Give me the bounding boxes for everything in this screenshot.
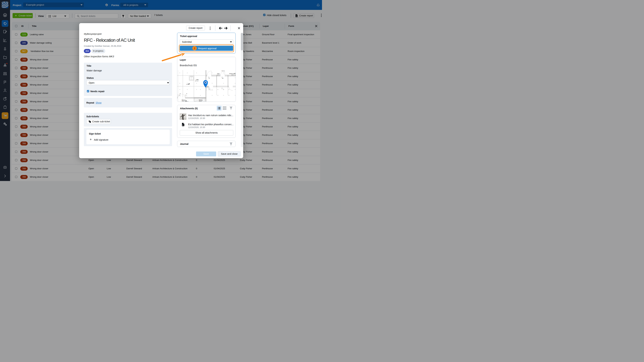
svg-text:15,52 m²: 15,52 m² xyxy=(199,101,202,102)
svg-text:Foyer: Foyer xyxy=(217,73,220,74)
svg-text:08: 08 xyxy=(209,78,210,79)
svg-text:±0,00: ±0,00 xyxy=(186,101,188,102)
svg-text:47,51 m²: 47,51 m² xyxy=(222,70,225,71)
svg-text:±0,00: ±0,00 xyxy=(186,84,188,85)
svg-text:08A: 08A xyxy=(222,78,224,79)
svg-text:197,73 m²: 197,73 m² xyxy=(195,81,198,81)
svg-text:Control room: Control room xyxy=(229,73,235,74)
svg-text:14,5: 14,5 xyxy=(235,75,236,75)
svg-text:Lobby: Lobby xyxy=(196,79,198,80)
svg-text:Entrance: Entrance xyxy=(182,99,186,100)
svg-text:16,24 m²: 16,24 m² xyxy=(217,75,220,75)
svg-text:Foy: Foy xyxy=(234,73,236,74)
svg-text:27,61 m²: 27,61 m² xyxy=(182,101,185,102)
svg-text:w: w xyxy=(182,124,184,126)
svg-text:16: 16 xyxy=(186,93,187,94)
svg-text:15: 15 xyxy=(180,93,180,94)
svg-text:16,50 m²: 16,50 m² xyxy=(231,75,234,75)
svg-text:Stairway: Stairway xyxy=(199,99,202,100)
svg-text:10: 10 xyxy=(209,89,210,90)
